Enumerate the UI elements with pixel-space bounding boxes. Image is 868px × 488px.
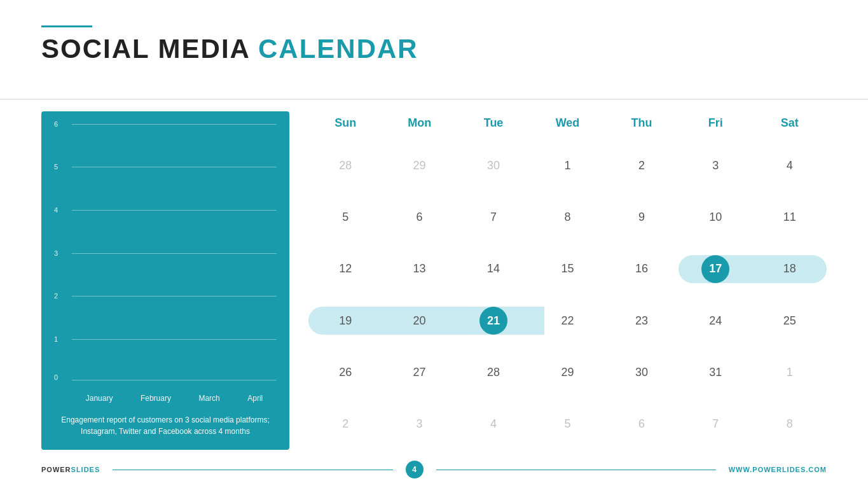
cal-cell-7: 7 [457,197,530,238]
cal-week-6: 2 3 4 5 6 7 8 [308,403,827,444]
day-5-next: 5 [553,410,581,438]
x-label-jan: January [86,394,113,403]
cal-cell-17: 17 [679,249,752,289]
cal-cell-6-next: 6 [605,403,679,444]
day-29: 29 [553,358,581,386]
day-2: 2 [628,152,656,180]
cal-cell-1-next: 1 [753,352,827,393]
day-2-next: 2 [331,410,359,438]
day-24: 24 [701,307,729,335]
cal-cell-12: 12 [308,249,382,289]
cal-cell-5: 5 [308,197,382,238]
day-1-next: 1 [776,358,804,386]
day-31: 31 [701,358,729,386]
cal-cell-18: 18 [753,249,827,289]
chart-panel: 6 5 4 3 2 1 0 [41,111,289,450]
cal-cell-16: 16 [605,249,679,289]
cal-cell-26: 26 [308,352,382,393]
cal-cell-14: 14 [457,249,530,289]
day-30: 30 [628,358,656,386]
calendar-header: Sun Mon Tue Wed Thu Fri Sat [308,111,827,135]
day-15: 15 [553,255,581,283]
day-4: 4 [776,152,804,180]
chart-area: 6 5 4 3 2 1 0 [54,124,277,408]
cal-cell-19: 19 [308,300,382,341]
cal-cell-15: 15 [530,249,604,289]
cal-cell-3-next: 3 [382,403,456,444]
header-divider [0,99,868,100]
footer-page-number: 4 [406,461,424,478]
cal-cell-28: 28 [457,352,530,393]
cal-cell-20: 20 [382,300,456,341]
day-3: 3 [701,152,729,180]
day-29-prev: 29 [406,152,434,180]
day-6-next: 6 [628,410,656,438]
day-18: 18 [776,255,804,283]
day-26: 26 [331,358,359,386]
day-28: 28 [479,358,507,386]
cal-header-sat: Sat [753,111,827,135]
page-title: SOCIAL MEDIA CALENDAR [41,34,827,64]
cal-cell-24: 24 [679,300,752,341]
day-3-next: 3 [406,410,434,438]
day-23: 23 [628,307,656,335]
cal-header-wed: Wed [530,111,604,135]
header-accent-line [41,25,92,27]
footer: POWERSLIDES 4 WWW.POWERLIDES.COM [41,461,827,478]
cal-cell-11: 11 [753,197,827,238]
cal-cell-8: 8 [530,197,604,238]
day-27: 27 [406,358,434,386]
day-4-next: 4 [479,410,507,438]
cal-cell-29: 29 [530,352,604,393]
cal-cell-31: 31 [679,352,752,393]
cal-header-mon: Mon [382,111,456,135]
y-label-6: 6 [54,120,58,128]
x-axis: January February March April [72,394,277,403]
x-label-apr: April [247,394,263,403]
brand-power: POWER [41,466,71,473]
cal-header-fri: Fri [679,111,752,135]
chart-caption: Engagement report of customers on 3 soci… [54,414,277,437]
day-9: 9 [628,204,656,232]
day-21: 21 [479,307,507,335]
day-14: 14 [479,255,507,283]
cal-cell-6: 6 [382,197,456,238]
title-colored: CALENDAR [258,34,418,64]
cal-cell-2-next: 2 [308,403,382,444]
cal-cell-10: 10 [679,197,752,238]
cal-week-5: 26 27 28 29 30 31 1 [308,352,827,393]
cal-cell-23: 23 [605,300,679,341]
day-13: 13 [406,255,434,283]
cal-header-sun: Sun [308,111,382,135]
footer-line-left [113,470,392,470]
cal-cell-9: 9 [605,197,679,238]
cal-cell-30: 30 [605,352,679,393]
bars-area [72,124,277,382]
day-28-prev: 28 [331,152,359,180]
cal-cell-21: 21 [457,300,530,341]
y-label-1: 1 [54,335,58,343]
main-content: 6 5 4 3 2 1 0 [41,111,827,450]
calendar-body: 28 29 30 1 2 3 4 5 6 7 8 9 10 11 [308,140,827,450]
footer-line-right [436,470,716,470]
day-12: 12 [331,255,359,283]
day-7-next: 7 [701,410,729,438]
cal-header-tue: Tue [457,111,530,135]
day-17: 17 [701,255,729,283]
day-10: 10 [701,204,729,232]
day-7: 7 [479,204,507,232]
x-label-mar: March [198,394,219,403]
cal-cell-29-prev: 29 [382,146,456,186]
y-label-0: 0 [54,373,58,381]
cal-cell-1: 1 [530,146,604,186]
cal-cell-13: 13 [382,249,456,289]
cal-header-thu: Thu [605,111,679,135]
day-1: 1 [553,152,581,180]
cal-week-4: 19 20 21 22 23 24 25 [308,300,827,341]
day-11: 11 [776,204,804,232]
day-25: 25 [776,307,804,335]
y-axis: 6 5 4 3 2 1 0 [54,124,72,382]
day-6: 6 [406,204,434,232]
cal-week-3: 12 13 14 15 16 17 18 [308,249,827,289]
footer-brand: POWERSLIDES [41,466,100,473]
